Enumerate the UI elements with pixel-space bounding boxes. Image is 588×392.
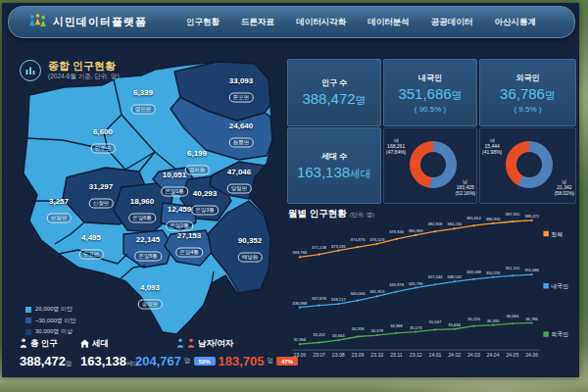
map-region-label-영인면[interactable]: 6,339영인면 [131,88,156,115]
svg-text:36,684: 36,684 [507,314,519,318]
svg-text:36,786: 36,786 [525,317,538,321]
svg-text:35,567: 35,567 [429,319,442,324]
svg-text:34,318: 34,318 [352,326,365,331]
svg-text:336,988: 336,988 [292,301,308,306]
map-region-label-인주면[interactable]: 6,600인주면 [91,127,116,154]
household-stat: 세대 163,138세대 [80,338,139,368]
nav-item-2[interactable]: 드론자료 [241,17,274,28]
donut-male-label: 남183,425(52.16%) [456,178,475,196]
svg-text:35,173: 35,173 [410,325,422,330]
svg-text:24.02: 24.02 [448,352,461,358]
map-region-label-선장면[interactable]: 3,257선장면 [47,197,72,223]
svg-text:내국인: 내국인 [551,283,568,289]
svg-text:34,579: 34,579 [370,328,383,333]
trend-chart-title: 월별 인구현황 [288,208,347,219]
top-nav: 시민데이터플랫폼 인구현황드론자료데이터시각화데이터분석공공데이터아산시통계 [8,6,575,38]
population-chart-icon [20,60,41,81]
foreign-gender-donut [506,141,553,188]
svg-text:385,814: 385,814 [466,216,482,220]
nav-item-6[interactable]: 아산시통계 [494,17,536,28]
map-region-label-온양6동[interactable]: 18,960온양6동 [128,197,156,223]
svg-text:387,915: 387,915 [505,212,520,217]
svg-text:23.11: 23.11 [390,352,403,358]
male-percent-badge: 53% [194,357,216,366]
map-region-label-온양3동[interactable]: 40,293온양3동 [191,189,219,216]
household-count-card: 세대 수 163,138세대 [287,127,381,204]
map-region-label-신창면[interactable]: 31,297신창면 [89,182,114,209]
map-region-label-온양5동[interactable]: 22,145온양5동 [134,235,162,262]
legend-swatch [25,329,31,335]
svg-text:23.07: 23.07 [313,352,325,358]
map-region-label-염치읍[interactable]: 6,199염치읍 [185,149,210,175]
donut-female-label: 여15,444(41.98%) [482,137,502,155]
map-region-label-탕정면[interactable]: 47,046탕정면 [227,168,252,194]
svg-text:371,138: 371,138 [312,245,327,250]
svg-text:34,968: 34,968 [390,323,403,328]
svg-text:24.05: 24.05 [506,352,518,358]
svg-text:36,395: 36,395 [487,318,500,323]
svg-text:382,818: 382,818 [427,221,443,226]
svg-text:340,066: 340,066 [351,291,367,296]
svg-text:343,978: 343,978 [389,282,405,287]
svg-text:36,226: 36,226 [467,317,480,321]
svg-text:35,684: 35,684 [448,322,461,327]
svg-text:386,930: 386,930 [486,217,502,221]
svg-text:388,472: 388,472 [524,214,540,219]
svg-text:23.08: 23.08 [332,352,345,358]
svg-text:341,953: 341,953 [369,289,385,294]
svg-text:351,686: 351,686 [524,268,540,272]
map-region-label-온양2동[interactable]: 12,459온양2동 [166,205,193,231]
female-icon [187,338,195,350]
app-title: 시민데이터플랫폼 [53,15,147,29]
svg-text:33,664: 33,664 [332,333,345,338]
nav-item-1[interactable]: 인구현황 [186,17,220,28]
legend-label: 30,000명 이상 [35,327,73,336]
male-count: 204,767 [135,354,181,368]
nav-item-4[interactable]: 데이터분석 [368,17,410,28]
dashboard-root: 시민데이터플랫폼 인구현황드론자료데이터시각화데이터분석공공데이터아산시통계 종… [2,3,579,377]
map-panel-title: 종합 인구현황 [48,60,120,72]
svg-text:374,876: 374,876 [351,237,367,242]
svg-text:24.06: 24.06 [525,352,538,358]
svg-text:347,243: 347,243 [427,274,443,279]
map-legend-item-2: ~30,000명 미만 [25,317,76,325]
svg-text:전체: 전체 [551,231,563,237]
svg-text:376,523: 376,523 [369,237,385,242]
domestic-card: 내국인 351,686명 ( 90.5% ) [383,59,477,126]
map-region-label-배방읍[interactable]: 90,352배방읍 [238,236,263,263]
svg-text:351,151: 351,151 [505,266,520,270]
svg-text:24.03: 24.03 [467,352,480,358]
donut-female-label: 여168,261(47.84%) [386,137,406,155]
logo[interactable]: 시민데이터플랫폼 [28,13,166,31]
map-region-label-도고면[interactable]: 4,495도고면 [79,233,104,260]
svg-text:24.04: 24.04 [487,352,500,358]
foreign-card: 외국인 36,786명 ( 9.5% ) [479,59,576,126]
svg-text:345,796: 345,796 [409,281,424,286]
svg-text:23.10: 23.10 [370,352,383,358]
map-region-label-둔포면[interactable]: 33,093둔포면 [229,76,254,103]
svg-text:23.09: 23.09 [352,352,365,358]
svg-text:24.01: 24.01 [429,352,442,358]
svg-text:23.12: 23.12 [410,352,422,358]
trend-chart-header: 월별 인구현황(단위: 명) [288,203,374,220]
map-region-label-송악면[interactable]: 4,093송악면 [138,283,163,310]
nav-item-5[interactable]: 공공데이터 [431,17,473,28]
map-region-label-온양1동[interactable]: 10,051온양1동 [161,171,188,197]
svg-text:338,517: 338,517 [331,297,347,302]
total-population-stat: 총 인구 388,472명 [20,338,73,368]
map-region-label-음봉면[interactable]: 24,640음봉면 [229,122,254,148]
svg-text:33,262: 33,262 [313,332,325,337]
female-percent-badge: 47% [276,357,298,366]
gender-stat: 남자/여자 204,767 명 53% 183,705 명 47% [135,338,298,368]
svg-text:380,969: 380,969 [409,228,424,233]
population-count-card: 인구 수 388,472명 [287,59,381,126]
person-icon [20,338,27,350]
legend-swatch [25,307,31,313]
trend-chart-unit: (단위: 명) [350,212,374,218]
nav-item-3[interactable]: 데이터시각화 [296,17,346,28]
map-region-label-온양4동[interactable]: 27,153온양4동 [175,231,203,258]
svg-text:384,216: 384,216 [447,221,463,226]
svg-text:378,946: 378,946 [389,229,405,234]
map-legend-item-3: 30,000명 이상 [25,327,76,336]
summary-bar: 총 인구 388,472명 세대 163,138세대 남자/여자 [12,338,296,375]
